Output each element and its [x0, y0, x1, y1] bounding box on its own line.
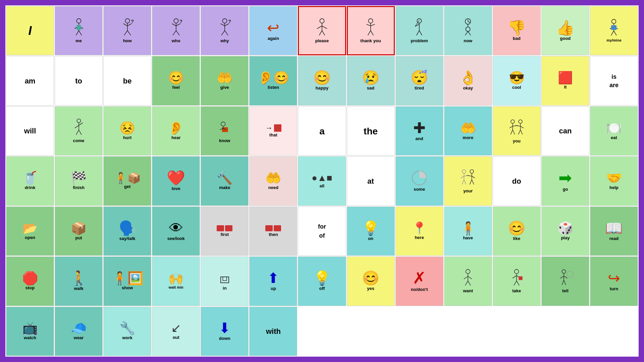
cell-know[interactable]: know	[201, 106, 249, 156]
svg-line-57	[611, 31, 614, 36]
cell-some[interactable]: some	[395, 156, 443, 205]
svg-line-64	[76, 130, 79, 134]
cell-your[interactable]: your	[444, 156, 492, 205]
cell-listen[interactable]: 👂😊 listen	[249, 56, 297, 105]
your-icon	[459, 168, 477, 188]
svg-line-82	[521, 130, 523, 134]
cell-cool[interactable]: 😎 cool	[493, 56, 541, 105]
cell-why[interactable]: ? why	[201, 6, 249, 55]
svg-line-109	[517, 281, 519, 286]
svg-line-88	[462, 180, 464, 185]
cell-need[interactable]: 🤲 need	[249, 156, 297, 205]
cell-more[interactable]: 🤲 more	[444, 106, 492, 156]
cell-give[interactable]: 🤲 give	[201, 56, 249, 105]
svg-line-94	[470, 180, 472, 185]
cell-drink[interactable]: 🥤 drink	[6, 156, 54, 205]
cell-wear[interactable]: 🧢 wear	[55, 307, 103, 356]
cell-tell[interactable]: tell	[541, 256, 589, 306]
cell-love[interactable]: ❤️ love	[152, 156, 200, 205]
cell-finish[interactable]: 🏁 finish	[55, 156, 103, 205]
cell-that[interactable]: → that	[249, 106, 297, 156]
svg-line-44	[417, 31, 419, 35]
cell-turn[interactable]: ↪ turn	[590, 256, 638, 306]
cell-me[interactable]: me	[55, 6, 103, 55]
cell-no-dont[interactable]: ✗ no/don't	[395, 256, 443, 306]
cell-up[interactable]: ⬆ up	[249, 256, 297, 306]
in-icon	[218, 272, 231, 285]
cell-I[interactable]: I	[6, 6, 54, 55]
cell-tired[interactable]: 😴 tired	[395, 56, 443, 105]
cell-come[interactable]: come	[55, 106, 103, 156]
cell-like[interactable]: 😊 like	[493, 206, 541, 256]
cell-the[interactable]: the	[347, 106, 395, 156]
cell-be[interactable]: be	[103, 56, 151, 105]
cell-down[interactable]: ⬇ down	[201, 307, 249, 356]
cell-my-mine[interactable]: my/mine	[590, 6, 638, 55]
cell-put[interactable]: 📦 put	[55, 206, 103, 256]
cell-in[interactable]: in	[201, 256, 249, 306]
cell-on[interactable]: 💡 on	[347, 206, 395, 256]
cell-get[interactable]: 🧍📦 get	[103, 156, 151, 205]
cell-stop[interactable]: 🛑 stop	[6, 256, 54, 306]
cell-good[interactable]: 👍 good	[541, 6, 589, 55]
svg-line-39	[371, 31, 373, 35]
cell-sad[interactable]: 😢 sad	[347, 56, 395, 105]
cell-now[interactable]: now	[444, 6, 492, 55]
cell-do[interactable]: do	[493, 156, 541, 205]
svg-point-98	[466, 269, 470, 274]
cell-eat[interactable]: 🍽️ eat	[590, 106, 638, 156]
cell-first[interactable]: first	[201, 206, 249, 256]
svg-point-0	[76, 19, 81, 23]
cell-open[interactable]: 📂 open	[6, 206, 54, 256]
cell-at[interactable]: at	[347, 156, 395, 205]
cell-happy[interactable]: 😊 happy	[298, 56, 346, 105]
cell-show[interactable]: 🧍🖼️ show	[103, 256, 151, 306]
cell-wait-min[interactable]: 🙌 wait min	[152, 256, 200, 306]
cell-work[interactable]: 🔧 work	[103, 307, 151, 356]
cell-it[interactable]: 🟥 it	[541, 56, 589, 105]
cell-read[interactable]: 📖 read	[590, 206, 638, 256]
cell-please[interactable]: please	[298, 6, 346, 55]
cell-hurt[interactable]: 😣 hurt	[103, 106, 151, 156]
cell-with[interactable]: with	[249, 307, 297, 356]
cell-have[interactable]: 🧍 have	[444, 206, 492, 256]
cell-say-talk[interactable]: 🗣️ say/talk	[103, 206, 151, 256]
cell-then[interactable]: then	[249, 206, 297, 256]
cell-play[interactable]: 🎲 play	[541, 206, 589, 256]
cell-how[interactable]: ? how	[103, 6, 151, 55]
cell-to[interactable]: to	[55, 56, 103, 105]
cell-go[interactable]: ➡ go	[541, 156, 589, 205]
cell-feel[interactable]: 😊 feel	[152, 56, 200, 105]
cell-thank-you[interactable]: thank you	[347, 6, 395, 55]
cell-off[interactable]: 💡 off	[298, 256, 346, 306]
cell-take[interactable]: take	[493, 256, 541, 306]
cell-help[interactable]: 🤝 help	[590, 156, 638, 205]
cell-is-are[interactable]: isare	[590, 56, 638, 105]
cell-you[interactable]: you	[493, 106, 541, 156]
cell-watch[interactable]: 📺 watch	[6, 307, 54, 356]
cell-problem[interactable]: problem	[395, 6, 443, 55]
svg-point-49	[466, 27, 470, 31]
cell-okay[interactable]: 👌 okay	[444, 56, 492, 105]
cell-walk[interactable]: 🚶 walk	[55, 256, 103, 306]
cell-can[interactable]: can	[541, 106, 589, 156]
cell-a[interactable]: a	[298, 106, 346, 156]
cell-here[interactable]: 📍 here	[395, 206, 443, 256]
svg-line-62	[75, 125, 79, 128]
svg-line-100	[464, 276, 468, 279]
cell-yes[interactable]: 😊 yes	[347, 256, 395, 306]
cell-want[interactable]: want	[444, 256, 492, 306]
cell-for-of[interactable]: forof	[298, 206, 346, 256]
cell-out[interactable]: ↙ out	[152, 307, 200, 356]
cell-will[interactable]: will	[6, 106, 54, 156]
cell-make[interactable]: 🔨 make	[201, 156, 249, 205]
cell-see-look[interactable]: 👁 see/look	[152, 206, 200, 256]
cell-bad[interactable]: 👎 bad	[493, 6, 541, 55]
cell-hear[interactable]: 👂 hear	[152, 106, 200, 156]
cell-again[interactable]: ↩ again	[249, 6, 297, 55]
cell-am[interactable]: am	[6, 56, 54, 105]
cell-who[interactable]: ? who	[152, 6, 200, 55]
cell-all[interactable]: ●▲■ all	[298, 156, 346, 205]
cell-and[interactable]: ✚ and	[395, 106, 443, 156]
thank-you-icon	[362, 18, 379, 38]
